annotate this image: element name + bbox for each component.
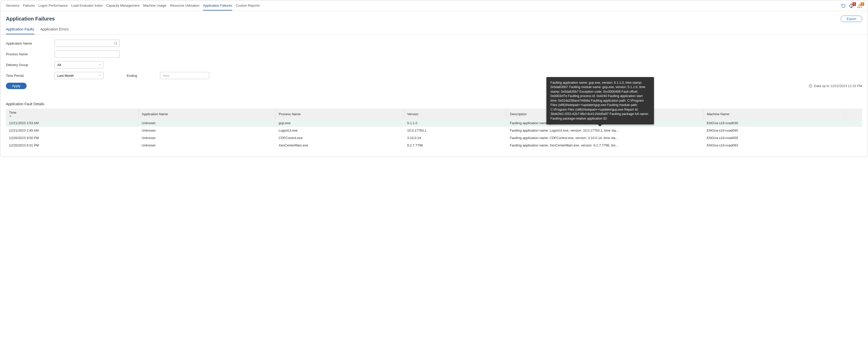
cell-machine: ENG\ra-s19-cvad045 (704, 127, 845, 134)
cell-time: 12/20/2023 9:50 PM (6, 134, 138, 142)
ending-label: Ending (127, 74, 137, 78)
sub-tabs: Application FaultsApplication Errors (1, 25, 867, 35)
top-nav: SessionsFailuresLogon PerformanceLoad Ev… (1, 1, 867, 11)
svg-point-1 (851, 6, 851, 7)
table-row[interactable]: 12/20/2023 9:50 PMUnknownCDFControl.exe3… (6, 134, 862, 142)
description-tooltip: Faulting application name: gup.exe, vers… (547, 77, 654, 125)
alert-diamond-icon[interactable]: 8 (849, 3, 854, 8)
cell-version: 5.1.1.0 (404, 119, 507, 127)
col-application-name[interactable]: Application Name (138, 109, 276, 119)
sort-desc-icon (9, 115, 135, 117)
cell-time: 12/20/2023 6:31 PM (6, 142, 138, 149)
time-period-label: Time Period (6, 74, 55, 78)
nav-tab-capacity-management[interactable]: Capacity Management (106, 1, 140, 10)
cell-app: Unknown (138, 142, 276, 149)
nav-tab-application-failures[interactable]: Application Failures (203, 1, 232, 10)
clock-icon (809, 84, 812, 88)
cell-time: 12/21/2023 2:45 AM (6, 127, 138, 134)
table-row[interactable]: 12/20/2023 6:31 PMUnknownXenCenterMain.e… (6, 142, 862, 149)
ending-select[interactable] (160, 72, 209, 79)
svg-point-3 (859, 7, 860, 7)
nav-tab-logon-performance[interactable]: Logon Performance (38, 1, 68, 10)
nav-tab-resource-utilization[interactable]: Resource Utilization (170, 1, 199, 10)
warning-triangle-icon[interactable]: 2 (857, 3, 862, 8)
delivery-group-select[interactable] (55, 61, 104, 68)
nav-tab-load-evaluator-index[interactable]: Load Evaluator Index (71, 1, 103, 10)
cell-process: XenCenterMain.exe (276, 142, 404, 149)
sub-tab-application-errors[interactable]: Application Errors (40, 25, 69, 34)
col-machine-name[interactable]: Machine Name (704, 109, 845, 119)
warning-badge: 2 (861, 2, 864, 6)
refresh-icon[interactable] (841, 4, 846, 8)
cell-process: CDFControl.exe (276, 134, 404, 142)
sub-tab-application-faults[interactable]: Application Faults (6, 25, 34, 34)
time-period-select[interactable] (55, 72, 104, 79)
cell-machine: ENG\ra-s19-cvad083 (704, 142, 845, 149)
cell-version: 3.10.0.14 (404, 134, 507, 142)
process-name-label: Process Name (6, 52, 55, 56)
cell-desc: Faulting application name: LogonUI.exe, … (507, 127, 704, 134)
delivery-group-label: Delivery Group (6, 63, 55, 67)
cell-machine: ENG\ra-s19-cvad055 (704, 134, 845, 142)
col-version[interactable]: Version (404, 109, 507, 119)
cell-desc: Faulting application name: CDFControl.ex… (507, 134, 704, 142)
col-process-name[interactable]: Process Name (276, 109, 404, 119)
cell-app: Unknown (138, 119, 276, 127)
table-row[interactable]: 12/21/2023 2:45 AMUnknownLogonUI.exe10.0… (6, 127, 862, 134)
cell-process: LogonUI.exe (276, 127, 404, 134)
col-time[interactable]: Time (6, 109, 138, 119)
page-title: Application Failures (6, 16, 55, 22)
cell-machine: ENG\ra-s19-cvad030 (704, 119, 845, 127)
app-name-input[interactable] (55, 40, 120, 47)
apply-button[interactable]: Apply (6, 83, 27, 89)
nav-tab-custom-reports[interactable]: Custom Reports (236, 1, 260, 10)
cell-app: Unknown (138, 134, 276, 142)
cell-desc: Faulting application name: XenCenterMain… (507, 142, 704, 149)
fault-table: TimeApplication NameProcess NameVersionD… (6, 109, 862, 149)
nav-tab-machine-usage[interactable]: Machine Usage (143, 1, 166, 10)
details-title: Application Fault Details (1, 94, 867, 109)
table-row[interactable]: 12/21/2023 2:53 AMUnknowngup.exe5.1.1.0F… (6, 119, 862, 127)
cell-version: 8.2.7.7796 (404, 142, 507, 149)
cell-process: gup.exe (276, 119, 404, 127)
data-upto: Data up to 12/22/2023 12:32 PM (809, 84, 862, 88)
process-name-input[interactable] (55, 51, 120, 58)
cell-app: Unknown (138, 127, 276, 134)
nav-tab-failures[interactable]: Failures (23, 1, 35, 10)
cell-version: 10.0.17763.1 (404, 127, 507, 134)
app-name-label: Application Name (6, 41, 55, 45)
export-button[interactable]: Export (841, 16, 862, 22)
alert-badge: 8 (852, 2, 856, 6)
cell-time: 12/21/2023 2:53 AM (6, 119, 138, 127)
nav-tab-sessions[interactable]: Sessions (6, 1, 20, 10)
